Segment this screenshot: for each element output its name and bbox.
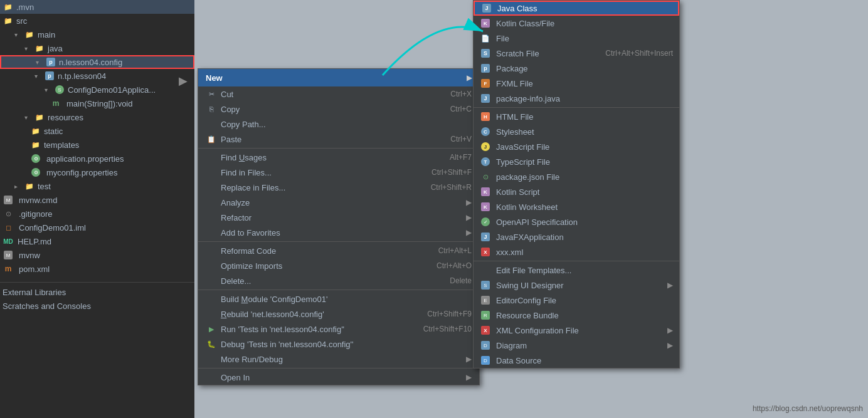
tree-item-external-libs[interactable]: External Libraries bbox=[0, 285, 194, 299]
menu-item-label: Find Usages bbox=[221, 153, 437, 162]
menu-separator bbox=[198, 148, 479, 149]
tree-item-label: pom.xml bbox=[19, 264, 50, 274]
tree-item-label: mvnw bbox=[19, 251, 40, 260]
menu-item-rebuild[interactable]: Rebuild 'net.lesson04.config' Ctrl+Shift… bbox=[198, 306, 479, 321]
tree-item-config-demo[interactable]: ▾ S ConfigDemo01Applica... bbox=[0, 83, 194, 97]
prop-icon: ⚙ bbox=[30, 153, 41, 164]
tree-item-java[interactable]: ▾ 📁 java bbox=[0, 41, 194, 55]
menu-item-find-files[interactable]: Find in Files... Ctrl+Shift+F bbox=[198, 165, 479, 180]
tree-item-main-method[interactable]: m main(String[]):void bbox=[0, 97, 194, 110]
menu-item-find-usages[interactable]: Find Usages Alt+F7 bbox=[198, 150, 479, 165]
submenu-item-scratch-file[interactable]: S Scratch File Ctrl+Alt+Shift+Insert bbox=[474, 46, 679, 61]
submenu-arrow-icon: ▶ bbox=[667, 281, 673, 290]
submenu-item-label: OpenAPI Specification bbox=[496, 217, 673, 227]
submenu-item-json[interactable]: ⊙ package.json File bbox=[474, 169, 679, 184]
paste-icon: 📋 bbox=[206, 133, 217, 145]
menu-item-reformat[interactable]: Reformat Code Ctrl+Alt+L bbox=[198, 243, 479, 258]
submenu-item-datasource[interactable]: D Data Source bbox=[474, 353, 679, 368]
tree-item-app-props[interactable]: ⚙ application.properties bbox=[0, 152, 194, 165]
tree-item-label: main(String[]):void bbox=[66, 99, 132, 108]
submenu-item-resource-bundle[interactable]: R Resource Bundle bbox=[474, 308, 679, 323]
tree-item-gitignore[interactable]: ⊙ .gitignore bbox=[0, 207, 194, 221]
submenu-item-label: package-info.java bbox=[496, 94, 673, 103]
tree-item-pom[interactable]: m pom.xml bbox=[0, 262, 194, 276]
tree-item-templates[interactable]: 📁 templates bbox=[0, 138, 194, 152]
tree-item-label: mvnw.cmd bbox=[19, 196, 57, 205]
menu-item-run[interactable]: ▶ Run 'Tests in 'net.lesson04.config'' C… bbox=[198, 321, 479, 337]
menu-item-replace-files[interactable]: Replace in Files... Ctrl+Shift+R bbox=[198, 180, 479, 195]
submenu-item-fxml[interactable]: F FXML File bbox=[474, 76, 679, 91]
menu-item-label: Delete... bbox=[221, 276, 437, 286]
tree-item-label: myconfig.properties bbox=[46, 168, 117, 177]
submenu-item-ts[interactable]: T TypeScript File bbox=[474, 154, 679, 169]
menu-item-optimize[interactable]: Optimize Imports Ctrl+Alt+O bbox=[198, 258, 479, 273]
menu-item-label: Replace in Files... bbox=[221, 183, 418, 192]
submenu-item-label: Kotlin Script bbox=[496, 187, 673, 197]
menu-item-debug[interactable]: 🐛 Debug 'Tests in 'net.lesson04.config'' bbox=[198, 337, 479, 352]
submenu-item-xxx-xml[interactable]: X xxx.xml bbox=[474, 244, 679, 259]
swing-icon: S bbox=[480, 280, 491, 291]
tree-item-config-package[interactable]: ▾ p n.lesson04.config bbox=[0, 55, 194, 69]
submenu-item-js[interactable]: J JavaScript File bbox=[474, 139, 679, 154]
submenu-item-kotlin-worksheet[interactable]: K Kotlin Worksheet bbox=[474, 199, 679, 214]
tree-item-tp-package[interactable]: ▾ p n.tp.lesson04 bbox=[0, 69, 194, 83]
menu-item-build[interactable]: Build Module 'ConfigDemo01' bbox=[198, 291, 479, 306]
watermark: https://blog.csdn.net/uoprewqsnh bbox=[753, 404, 863, 413]
method-icon: m bbox=[50, 98, 61, 109]
submenu-item-package-info[interactable]: J package-info.java bbox=[474, 91, 679, 106]
submenu-item-xml-config[interactable]: X XML Configuration File ▶ bbox=[474, 323, 679, 338]
menu-item-open-in[interactable]: Open In ▶ bbox=[198, 370, 479, 385]
menu-item-analyze[interactable]: Analyze ▶ bbox=[198, 195, 479, 210]
menu-item-label: Paste bbox=[221, 135, 438, 144]
tree-item-scratches[interactable]: Scratches and Consoles bbox=[0, 299, 194, 313]
tree-item-test[interactable]: ▸ 📁 test bbox=[0, 179, 194, 193]
menu-item-label: Find in Files... bbox=[221, 168, 419, 177]
menu-item-paste[interactable]: 📋 Paste Ctrl+V bbox=[198, 132, 479, 147]
menu-item-label: More Run/Debug bbox=[221, 355, 466, 364]
context-menu-header[interactable]: New ▶ bbox=[198, 69, 479, 86]
menu-item-more-run[interactable]: More Run/Debug ▶ bbox=[198, 352, 479, 367]
submenu-item-package[interactable]: p Package bbox=[474, 61, 679, 76]
tree-item-help-md[interactable]: MD HELP.md bbox=[0, 234, 194, 248]
tree-item-src[interactable]: 📁 src bbox=[0, 14, 194, 28]
json-icon: ⊙ bbox=[480, 171, 491, 182]
submenu-item-label: Data Source bbox=[496, 356, 673, 365]
submenu-item-diagram[interactable]: D Diagram ▶ bbox=[474, 338, 679, 353]
tree-item-myconfig-props[interactable]: ⚙ myconfig.properties bbox=[0, 165, 194, 179]
spring-icon: S bbox=[54, 84, 65, 95]
resource-bundle-icon: R bbox=[480, 310, 491, 321]
folder-icon: 📁 bbox=[3, 15, 14, 26]
submenu-item-kotlin-class[interactable]: K Kotlin Class/File bbox=[474, 16, 679, 31]
submenu-item-openapi[interactable]: ✓ OpenAPI Specification bbox=[474, 214, 679, 229]
tree-item-mvnw-cmd[interactable]: M mvnw.cmd bbox=[0, 193, 194, 207]
menu-item-copy-path[interactable]: Copy Path... bbox=[198, 117, 479, 132]
menu-shortcut: Delete bbox=[450, 276, 472, 285]
submenu-item-kotlin-script[interactable]: K Kotlin Script bbox=[474, 184, 679, 199]
debug-icon: 🐛 bbox=[206, 338, 217, 350]
menu-item-copy[interactable]: ⎘ Copy Ctrl+C bbox=[198, 102, 479, 117]
submenu-item-html[interactable]: H HTML File bbox=[474, 109, 679, 124]
tree-item-mvnw[interactable]: M mvnw bbox=[0, 248, 194, 262]
tree-item-label: HELP.md bbox=[18, 237, 51, 246]
tree-item-main[interactable]: ▾ 📁 main bbox=[0, 28, 194, 41]
submenu-item-swing[interactable]: S Swing UI Designer ▶ bbox=[474, 278, 679, 293]
chevron-icon: ▾ bbox=[20, 43, 31, 54]
submenu-item-label: package.json File bbox=[496, 172, 673, 182]
submenu-item-stylesheet[interactable]: C Stylesheet bbox=[474, 124, 679, 139]
submenu-item-javafx[interactable]: J JavaFXApplication bbox=[474, 229, 679, 244]
submenu-item-file[interactable]: 📄 File bbox=[474, 31, 679, 46]
submenu-item-java-class[interactable]: J Java Class bbox=[474, 1, 679, 16]
submenu-item-edit-templates[interactable]: Edit File Templates... bbox=[474, 263, 679, 278]
menu-item-delete[interactable]: Delete... Delete bbox=[198, 273, 479, 288]
menu-item-refactor[interactable]: Refactor ▶ bbox=[198, 210, 479, 225]
menu-item-cut[interactable]: ✂ Cut Ctrl+X bbox=[198, 86, 479, 102]
run-icon: ▶ bbox=[206, 323, 217, 335]
submenu-item-label: Kotlin Worksheet bbox=[496, 202, 673, 212]
tree-item-static[interactable]: 📁 static bbox=[0, 124, 194, 138]
submenu-item-editorconfig[interactable]: E EditorConfig File bbox=[474, 293, 679, 308]
tree-item-iml[interactable]: ◻ ConfigDemo01.iml bbox=[0, 221, 194, 234]
menu-shortcut: Ctrl+C bbox=[450, 105, 472, 113]
tree-item-resources[interactable]: ▾ 📁 resources bbox=[0, 110, 194, 124]
menu-item-add-favorites[interactable]: Add to Favorites ▶ bbox=[198, 225, 479, 240]
tree-item-mvn[interactable]: 📁 .mvn bbox=[0, 0, 194, 14]
